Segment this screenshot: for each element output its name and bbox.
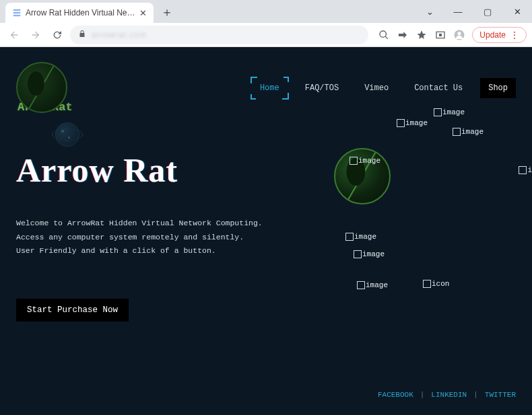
reload-button[interactable] [48, 26, 66, 44]
tab-favicon-icon [12, 8, 22, 17]
svg-rect-0 [439, 34, 442, 36]
chevron-down-icon[interactable]: ⌄ [416, 0, 443, 23]
broken-image-icon: i [519, 166, 532, 174]
broken-icon-icon: icon [423, 280, 449, 288]
nav-vimeo[interactable]: Vimeo [356, 78, 397, 98]
address-text: arrowrat.com [92, 30, 147, 40]
close-icon[interactable]: ✕ [502, 0, 532, 23]
separator: | [420, 391, 425, 399]
update-label: Update [479, 30, 506, 40]
forward-button[interactable] [27, 26, 44, 44]
extensions-icon[interactable] [434, 29, 446, 41]
broken-image-icon: image [350, 157, 380, 165]
nav-home[interactable]: Home [252, 78, 288, 98]
hero-description: Welcome to ArrowRat Hidden Virtual Netwo… [16, 217, 516, 258]
window-controls: ⌄ — ▢ ✕ [416, 0, 532, 23]
broken-image-icon: image [434, 108, 465, 116]
hero-title: Arrow Rat [16, 151, 516, 190]
page-content: ArrowRat Home FAQ/TOS Vimeo Contact Us S… [0, 47, 532, 415]
browser-titlebar: Arrow Rat Hidden Virtual Netwo ✕ ＋ ⌄ — ▢… [0, 0, 532, 23]
separator: | [473, 391, 478, 399]
social-links: FACEBOOK | LINKEDIN | TWITTER [378, 391, 516, 399]
cta-button[interactable]: Start Purchase Now [16, 299, 129, 322]
menu-dots-icon[interactable]: ⋮ [510, 30, 519, 40]
search-address-icon[interactable] [378, 29, 390, 41]
logo-icon [16, 62, 67, 113]
lock-icon [78, 30, 86, 40]
browser-tab[interactable]: Arrow Rat Hidden Virtual Netwo ✕ [5, 3, 154, 23]
browser-toolbar: arrowrat.com Update ⋮ [0, 23, 532, 47]
main-nav: Home FAQ/TOS Vimeo Contact Us Shop [252, 78, 516, 98]
hero-section: Arrow Rat Welcome to ArrowRat Hidden Vir… [0, 114, 532, 322]
tab-close-icon[interactable]: ✕ [139, 8, 147, 18]
desc-line1: Welcome to ArrowRat Hidden Virtual Netwo… [16, 217, 516, 231]
broken-image-icon: image [345, 233, 376, 241]
social-facebook[interactable]: FACEBOOK [378, 391, 413, 399]
share-icon[interactable] [397, 29, 409, 41]
nav-shop[interactable]: Shop [480, 78, 516, 98]
tab-title: Arrow Rat Hidden Virtual Netwo [26, 8, 135, 17]
svg-point-2 [458, 32, 461, 35]
desc-line2: Access any computer system remotely and … [16, 231, 516, 245]
site-header: ArrowRat Home FAQ/TOS Vimeo Contact Us S… [0, 47, 532, 114]
back-button[interactable] [5, 26, 23, 44]
broken-image-icon: image [357, 281, 388, 289]
site-logo[interactable]: ArrowRat [16, 62, 73, 114]
social-linkedin[interactable]: LINKEDIN [431, 391, 467, 399]
maximize-icon[interactable]: ▢ [473, 0, 502, 23]
bookmark-icon[interactable] [415, 29, 428, 41]
update-button[interactable]: Update ⋮ [472, 27, 527, 43]
minimize-icon[interactable]: — [443, 0, 473, 23]
nav-faq[interactable]: FAQ/TOS [297, 78, 347, 98]
address-bar[interactable]: arrowrat.com [70, 26, 368, 44]
nav-contact[interactable]: Contact Us [406, 78, 471, 98]
broken-image-icon: image [397, 119, 428, 127]
broken-image-icon: image [354, 250, 385, 258]
new-tab-button[interactable]: ＋ [159, 4, 175, 20]
profile-icon[interactable] [453, 29, 465, 41]
broken-image-icon: image [453, 128, 484, 136]
social-twitter[interactable]: TWITTER [485, 391, 516, 399]
desc-line3: User Friendly and with a click of a butt… [16, 244, 516, 258]
